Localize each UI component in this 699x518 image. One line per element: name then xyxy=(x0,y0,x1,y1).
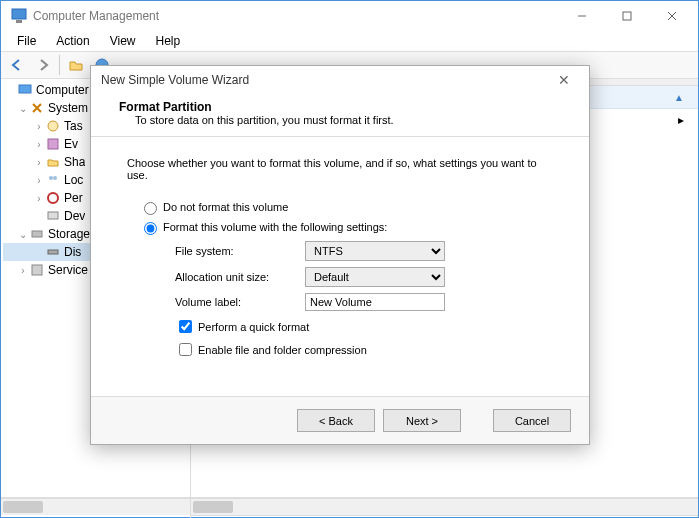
dialog-body: Choose whether you want to format this v… xyxy=(91,137,589,373)
svg-point-11 xyxy=(53,176,57,180)
expand-icon: ▸ xyxy=(678,113,684,127)
tools-icon xyxy=(29,100,45,116)
svg-rect-14 xyxy=(32,231,42,237)
select-filesystem[interactable]: NTFS xyxy=(305,241,445,261)
label-compression: Enable file and folder compression xyxy=(198,344,367,356)
app-icon xyxy=(11,8,27,24)
back-button[interactable] xyxy=(5,53,29,77)
status-area: Unallocated Primary partition Extended p… xyxy=(1,497,698,518)
dialog-instruction: Choose whether you want to format this v… xyxy=(127,157,553,181)
menu-action[interactable]: Action xyxy=(48,32,97,50)
radio-format[interactable] xyxy=(144,222,157,235)
services-icon xyxy=(29,262,45,278)
label-allocation: Allocation unit size: xyxy=(175,271,305,283)
title-controls xyxy=(559,2,694,30)
svg-rect-16 xyxy=(32,265,42,275)
close-button[interactable] xyxy=(649,2,694,30)
svg-point-10 xyxy=(49,176,53,180)
row-filesystem: File system: NTFS xyxy=(175,241,553,261)
minimize-button[interactable] xyxy=(559,2,604,30)
perf-icon xyxy=(45,190,61,206)
computer-icon xyxy=(17,82,33,98)
label-volume: Volume label: xyxy=(175,296,305,308)
maximize-button[interactable] xyxy=(604,2,649,30)
back-button[interactable]: < Back xyxy=(297,409,375,432)
svg-rect-15 xyxy=(48,250,58,254)
users-icon xyxy=(45,172,61,188)
svg-rect-7 xyxy=(19,85,31,93)
svg-point-12 xyxy=(48,193,58,203)
event-icon xyxy=(45,136,61,152)
menubar: File Action View Help xyxy=(1,31,698,51)
label-filesystem: File system: xyxy=(175,245,305,257)
svg-point-8 xyxy=(48,121,58,131)
content-scrollbar[interactable] xyxy=(191,498,698,515)
radio-no-format-label: Do not format this volume xyxy=(163,201,288,213)
shared-icon xyxy=(45,154,61,170)
dialog-heading: Format Partition xyxy=(119,100,561,114)
wizard-dialog: New Simple Volume Wizard ✕ Format Partit… xyxy=(90,65,590,445)
status-left xyxy=(1,498,191,518)
radio-no-format-row[interactable]: Do not format this volume xyxy=(139,199,553,215)
folder-button[interactable] xyxy=(64,53,88,77)
select-allocation[interactable]: Default xyxy=(305,267,445,287)
device-icon xyxy=(45,208,61,224)
svg-rect-9 xyxy=(48,139,58,149)
forward-button[interactable] xyxy=(31,53,55,77)
tree-scrollbar[interactable] xyxy=(1,498,190,515)
dialog-close-button[interactable]: ✕ xyxy=(549,72,579,88)
menu-file[interactable]: File xyxy=(9,32,44,50)
disk-icon xyxy=(45,244,61,260)
row-quick-format[interactable]: Perform a quick format xyxy=(175,317,553,336)
row-compression[interactable]: Enable file and folder compression xyxy=(175,340,553,359)
toolbar-separator xyxy=(59,55,60,75)
titlebar: Computer Management xyxy=(1,1,698,31)
dialog-subheading: To store data on this partition, you mus… xyxy=(119,114,561,126)
radio-no-format[interactable] xyxy=(144,202,157,215)
dialog-titlebar[interactable]: New Simple Volume Wizard ✕ xyxy=(91,66,589,94)
svg-rect-3 xyxy=(623,12,631,20)
radio-format-label: Format this volume with the following se… xyxy=(163,221,387,233)
svg-rect-1 xyxy=(16,20,22,23)
label-quick-format: Perform a quick format xyxy=(198,321,309,333)
row-volume-label: Volume label: xyxy=(175,293,553,311)
row-allocation: Allocation unit size: Default xyxy=(175,267,553,287)
cancel-button[interactable]: Cancel xyxy=(493,409,571,432)
svg-rect-0 xyxy=(12,9,26,19)
menu-view[interactable]: View xyxy=(102,32,144,50)
menu-help[interactable]: Help xyxy=(148,32,189,50)
storage-icon xyxy=(29,226,45,242)
svg-rect-13 xyxy=(48,212,58,219)
check-quick-format[interactable] xyxy=(179,320,192,333)
collapse-icon: ▲ xyxy=(674,92,684,103)
radio-format-row[interactable]: Format this volume with the following se… xyxy=(139,219,553,235)
clock-icon xyxy=(45,118,61,134)
dialog-header: Format Partition To store data on this p… xyxy=(91,94,589,137)
window-title: Computer Management xyxy=(33,9,559,23)
next-button[interactable]: Next > xyxy=(383,409,461,432)
input-volume-label[interactable] xyxy=(305,293,445,311)
check-compression[interactable] xyxy=(179,343,192,356)
dialog-title: New Simple Volume Wizard xyxy=(101,73,549,87)
dialog-footer: < Back Next > Cancel xyxy=(91,396,589,444)
